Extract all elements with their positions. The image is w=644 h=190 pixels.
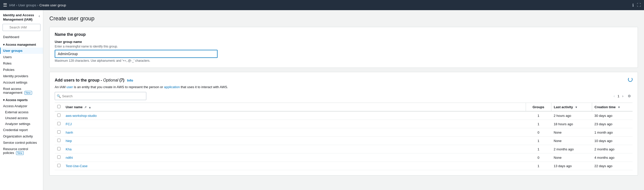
top-nav-right: ℹ ⛶ <box>632 3 641 8</box>
add-users-info-link[interactable]: Info <box>127 78 133 82</box>
group-name-input[interactable] <box>55 50 218 58</box>
row-creation-time: 23 days ago <box>592 120 633 128</box>
refresh-button[interactable] <box>628 77 633 83</box>
row-checkbox-cell[interactable] <box>55 145 63 153</box>
row-checkbox[interactable] <box>57 130 61 134</box>
user-link[interactable]: user <box>66 85 73 89</box>
username-link[interactable]: FCJ <box>66 122 72 126</box>
table-row: hanh 0 None 1 month ago <box>55 128 633 137</box>
group-name-constraint: Maximum 128 characters. Use alphanumeric… <box>55 59 633 62</box>
row-last-activity: None <box>551 128 592 137</box>
table-search-wrapper: 🔍 <box>55 92 146 100</box>
th-username[interactable]: User name ↗ ▲ <box>63 103 526 112</box>
username-link[interactable]: aws-workshop-studio <box>66 114 97 118</box>
row-checkbox-cell[interactable] <box>55 120 63 128</box>
row-checkbox[interactable] <box>57 164 61 167</box>
sidebar-item-roles[interactable]: Roles <box>0 60 43 67</box>
row-checkbox[interactable] <box>57 139 61 142</box>
table-row: Kha 1 2 months ago 2 months ago <box>55 145 633 153</box>
sidebar: Identity and Access Management (IAM) ‹ 🔍… <box>0 10 43 190</box>
username-link[interactable]: Kha <box>66 147 71 151</box>
pagination-prev-button[interactable]: ‹ <box>612 93 616 99</box>
row-creation-time: 10 days ago <box>592 137 633 145</box>
username-link[interactable]: hanh <box>66 131 73 134</box>
row-checkbox[interactable] <box>57 147 61 150</box>
row-checkbox-cell[interactable] <box>55 137 63 145</box>
th-creation-time[interactable]: Creation time ▼ <box>592 103 633 112</box>
access-reports-arrow: ▾ <box>3 98 5 102</box>
table-row: Test-Use-Case 1 13 days ago 22 days ago <box>55 162 633 170</box>
add-users-title: Add users to the group - Optional (7) In… <box>55 78 133 82</box>
search-iam-input[interactable] <box>3 24 40 31</box>
table-row: ndthi 0 None 4 months ago <box>55 153 633 162</box>
add-users-optional: Optional <box>103 78 118 82</box>
breadcrumb-iam[interactable]: IAM <box>9 3 15 7</box>
row-checkbox[interactable] <box>57 155 61 159</box>
row-checkbox-cell[interactable] <box>55 153 63 162</box>
info-icon[interactable]: ℹ <box>632 3 634 8</box>
table-search-input[interactable] <box>55 92 146 100</box>
sidebar-item-resource-control[interactable]: Resource control policies New <box>0 146 43 156</box>
sidebar-section-access-reports[interactable]: ▾ Access reports <box>0 96 43 103</box>
row-checkbox-cell[interactable] <box>55 162 63 170</box>
row-groups: 1 <box>526 145 551 153</box>
table-row: aws-workshop-studio 1 2 hours ago 30 day… <box>55 111 633 120</box>
fullscreen-icon[interactable]: ⛶ <box>637 3 641 7</box>
sidebar-item-access-analyzer[interactable]: Access Analyzer <box>0 103 43 109</box>
add-users-card: Add users to the group - Optional (7) In… <box>49 72 638 176</box>
application-link[interactable]: application <box>164 85 180 89</box>
refresh-spin-icon <box>628 77 633 82</box>
group-name-label: User group name <box>55 40 633 44</box>
sidebar-item-root-access[interactable]: Root access management New <box>0 86 43 96</box>
row-creation-time: 22 days ago <box>592 162 633 170</box>
row-checkbox-cell[interactable] <box>55 128 63 137</box>
breadcrumb: IAM › User groups › Create user group <box>9 3 66 7</box>
sidebar-item-users[interactable]: Users <box>0 54 43 60</box>
row-checkbox[interactable] <box>57 114 61 117</box>
row-groups: 1 <box>526 162 551 170</box>
th-select-all[interactable] <box>55 103 63 112</box>
row-groups: 1 <box>526 137 551 145</box>
last-activity-sort-icon: ▼ <box>575 106 578 109</box>
resource-control-badge: New <box>16 151 24 155</box>
sidebar-item-credential-report[interactable]: Credential report <box>0 127 43 133</box>
username-sort-icon: ▲ <box>89 106 91 109</box>
th-last-activity[interactable]: Last activity ▼ <box>551 103 592 112</box>
table-row: hiep 1 None 10 days ago <box>55 137 633 145</box>
sidebar-item-analyzer-settings[interactable]: Analyzer settings <box>0 121 43 127</box>
table-toolbar: 🔍 ‹ 1 › ⚙ <box>55 92 633 100</box>
sidebar-nav: Dashboard ▾ Access management User group… <box>0 34 43 156</box>
sidebar-item-dashboard[interactable]: Dashboard <box>0 34 43 40</box>
sidebar-item-service-control[interactable]: Service control policies <box>0 139 43 146</box>
row-checkbox[interactable] <box>57 122 61 125</box>
row-creation-time: 2 months ago <box>592 145 633 153</box>
sidebar-item-user-groups[interactable]: User groups <box>0 48 43 54</box>
add-users-description: An IAM user is an entity that you create… <box>55 85 633 89</box>
row-username: Test-Use-Case <box>63 162 526 170</box>
username-link[interactable]: ndthi <box>66 156 73 160</box>
sidebar-item-identity-providers[interactable]: Identity providers <box>0 73 43 79</box>
row-checkbox-cell[interactable] <box>55 111 63 120</box>
menu-icon[interactable]: ☰ <box>3 2 7 8</box>
sidebar-item-unused-access[interactable]: Unused access <box>0 115 43 121</box>
root-access-badge: New <box>24 91 32 95</box>
username-link[interactable]: Test-Use-Case <box>66 164 88 168</box>
sidebar-collapse-button[interactable]: ‹ <box>39 14 40 18</box>
pagination-current: 1 <box>618 94 619 98</box>
row-groups: 1 <box>526 111 551 120</box>
sidebar-item-external-access[interactable]: External access <box>0 109 43 115</box>
username-link[interactable]: hiep <box>66 139 72 143</box>
sidebar-item-account-settings[interactable]: Account settings <box>0 79 43 86</box>
sidebar-section-access-management[interactable]: ▾ Access management <box>0 40 43 48</box>
table-settings-button[interactable]: ⚙ <box>626 93 633 99</box>
sidebar-item-org-activity[interactable]: Organization activity <box>0 133 43 139</box>
add-users-title-row: Add users to the group - Optional (7) In… <box>55 78 133 83</box>
row-groups: 0 <box>526 128 551 137</box>
breadcrumb-user-groups[interactable]: User groups <box>18 3 36 7</box>
pagination-next-button[interactable]: › <box>621 93 625 99</box>
select-all-checkbox[interactable] <box>57 105 61 108</box>
username-ext-icon: ↗ <box>84 106 87 109</box>
sidebar-search-container: 🔍 <box>0 24 43 34</box>
sidebar-item-policies[interactable]: Policies <box>0 67 43 73</box>
th-groups: Groups <box>526 103 551 112</box>
